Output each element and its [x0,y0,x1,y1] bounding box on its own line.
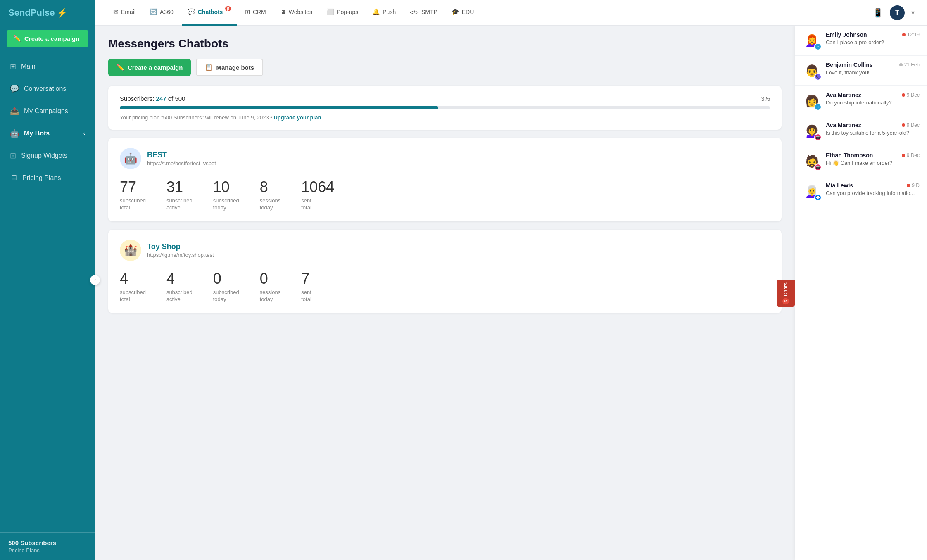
chats-tab[interactable]: 3 Chats [777,280,795,307]
beta-badge: β [225,6,231,11]
conv-platform-3: 📷 [814,133,822,141]
conv-content-4: Ethan Thompson 9 Dec Hi 👋 Can I make an … [826,152,920,166]
subscribers-percent: 3% [761,95,770,102]
online-dot-2 [902,93,905,97]
conv-platform-5: 💬 [814,194,822,201]
nav-popups[interactable]: ⬜ Pop-ups [321,0,364,26]
conv-header-2: Ava Martinez 9 Dec [826,92,920,98]
nav-a360[interactable]: 🔄 A360 [144,0,179,26]
sidebar-item-signup-widgets[interactable]: ⊡ Signup Widgets [0,145,95,167]
conversation-item-4[interactable]: 🧔 📷 Ethan Thompson 9 Dec Hi 👋 Can I make… [795,146,927,176]
stat-label-0-3: sessionstoday [260,197,281,211]
user-avatar[interactable]: T [890,5,905,20]
top-nav: ✉ Email 🔄 A360 💬 Chatbots β ⊞ CRM 🖥 Webs… [95,0,927,26]
conv-name-2: Ava Martinez [826,92,861,98]
stat-value-1-3: 0 [260,270,281,287]
platform-icon-2: ✈ [817,105,820,109]
create-campaign-button[interactable]: ✏️ Create a campaign [108,59,191,76]
bot-url-1: https://ig.me/m/toy.shop.test [147,252,214,258]
create-campaign-icon: ✏️ [116,64,124,71]
conv-platform-1: 📞 [814,73,822,81]
conversation-item-0[interactable]: 👩‍🦰 ✈ Emily Johnson 12:19 Can I place a … [795,26,927,56]
conv-avatar-2: 👩 ✈ [803,92,821,110]
user-dropdown-arrow[interactable]: ▾ [911,9,915,17]
stat-value-1-2: 0 [213,270,239,287]
bot-cards: 🤖 BEST https://t.me/bestfortest_vsbot 77… [108,138,782,313]
bot-stats-1: 4 subscribedtotal 4 subscribedactive 0 s… [120,270,770,303]
manage-bots-button[interactable]: 📋 Manage bots [196,59,263,76]
conversation-item-1[interactable]: 👨 📞 Benjamin Collins 21 Feb Love it, tha… [795,56,927,86]
page-body: Messengers Chatbots ✏️ Create a campaign… [95,26,927,560]
sidebar-item-main[interactable]: ⊞ Main [0,55,95,78]
nav-email[interactable]: ✉ Email [107,0,141,26]
nav-smtp[interactable]: </> SMTP [404,0,443,26]
stat-1-1: 4 subscribedactive [166,270,193,303]
nav-chatbots[interactable]: 💬 Chatbots β [182,0,237,26]
nav-crm[interactable]: ⊞ CRM [239,0,272,26]
upgrade-link[interactable]: Upgrade your plan [273,114,321,121]
subscribers-card: Subscribers: 247 of 500 3% Your pricing … [108,86,782,130]
progress-bar-fill [120,106,438,109]
platform-icon-0: ✈ [817,45,820,49]
sidebar: SendPulse ⚡ ✏️ Create a campaign ⊞ Main … [0,0,95,560]
platform-icon-3: 📷 [816,135,820,139]
progress-bar [120,106,770,109]
nav-edu[interactable]: 🎓 EDU [446,0,480,26]
platform-icon-5: 💬 [816,196,820,199]
conv-platform-4: 📷 [814,164,822,171]
nav-websites[interactable]: 🖥 Websites [274,0,318,26]
conversations-panel: 👩‍🦰 ✈ Emily Johnson 12:19 Can I place a … [795,26,927,560]
sidebar-item-pricing-plans[interactable]: 🖥 Pricing Plans [0,167,95,189]
chatbots-icon: 💬 [188,8,195,16]
stat-0-0: 77 subscribedtotal [120,178,146,211]
conversation-item-5[interactable]: 👩‍🦳 💬 Mia Lewis 9 D Can you provide trac… [795,176,927,206]
sidebar-collapse-button[interactable]: ‹ [90,275,100,285]
stat-value-1-0: 4 [120,270,146,287]
sidebar-bottom: 500 Subscribers Pricing Plans [0,532,95,560]
content-area: Messengers Chatbots ✏️ Create a campaign… [95,26,795,560]
stat-0-3: 8 sessionstoday [260,178,281,211]
conv-platform-2: ✈ [814,103,822,111]
bot-card-0: 🤖 BEST https://t.me/bestfortest_vsbot 77… [108,138,782,221]
stat-label-0-2: subscribedtoday [213,197,239,211]
mobile-icon[interactable]: 📱 [873,8,883,18]
conv-time-2: 9 Dec [902,92,920,98]
conv-header-5: Mia Lewis 9 D [826,182,920,189]
sidebar-item-my-campaigns[interactable]: 📤 My Campaigns [0,100,95,122]
conv-message-3: Is this toy suitable for a 5-year-old? [826,130,920,136]
stat-1-4: 7 senttotal [301,270,311,303]
conversation-item-3[interactable]: 👩‍🦱 📷 Ava Martinez 9 Dec Is this toy sui… [795,116,927,146]
conv-name-1: Benjamin Collins [826,62,873,68]
popups-icon: ⬜ [326,8,334,16]
conv-avatar-4: 🧔 📷 [803,152,821,170]
conv-time-4: 9 Dec [902,152,920,158]
stat-label-1-1: subscribedactive [166,289,193,303]
create-icon: ✏️ [13,35,21,42]
create-campaign-sidebar-button[interactable]: ✏️ Create a campaign [7,30,88,47]
nav-push[interactable]: 🔔 Push [366,0,402,26]
sidebar-item-conversations[interactable]: 💬 Conversations [0,78,95,100]
conversation-item-2[interactable]: 👩 ✈ Ava Martinez 9 Dec Do you ship inter… [795,86,927,116]
subscribers-header: Subscribers: 247 of 500 3% [120,95,770,102]
sidebar-item-my-bots[interactable]: 🤖 My Bots ‹ [0,122,95,145]
stat-value-0-0: 77 [120,178,146,196]
online-dot-3 [902,123,905,127]
manage-bots-icon: 📋 [205,64,213,71]
stat-label-1-4: senttotal [301,289,311,303]
conv-message-0: Can I place a pre-order? [826,39,920,45]
campaigns-icon: 📤 [10,107,19,116]
stat-value-0-4: 1064 [301,178,334,196]
widgets-icon: ⊡ [10,151,16,160]
stat-1-0: 4 subscribedtotal [120,270,146,303]
conv-name-3: Ava Martinez [826,122,861,128]
subscribers-note: Your pricing plan "500 Subscribers" will… [120,114,770,121]
subscribers-current: 247 [156,95,166,102]
bot-avatar-0: 🤖 [120,148,141,169]
conv-avatar-0: 👩‍🦰 ✈ [803,31,821,50]
conv-header-0: Emily Johnson 12:19 [826,31,920,38]
stat-label-1-0: subscribedtotal [120,289,146,303]
conv-header-3: Ava Martinez 9 Dec [826,122,920,128]
smtp-icon: </> [410,9,419,16]
subscribers-total: 500 [175,95,185,102]
a360-icon: 🔄 [150,8,157,16]
